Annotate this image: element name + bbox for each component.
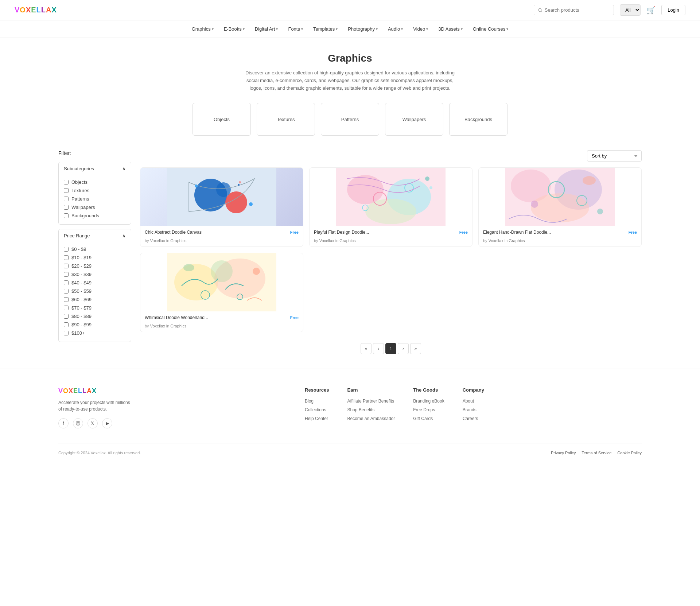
footer-link-brands[interactable]: Brands [463,407,477,412]
checkbox-100plus[interactable] [64,331,69,335]
filter-option-50-59[interactable]: $50 - $59 [64,287,126,295]
footer-link-blog[interactable]: Blog [305,399,314,404]
filter-option-backgrounds[interactable]: Backgrounds [64,211,126,220]
logo[interactable]: VOXELLAX [15,6,57,14]
footer-link-help[interactable]: Help Center [305,416,328,421]
nav-item-audio[interactable]: Audio ▾ [384,24,407,34]
filter-option-100plus[interactable]: $100+ [64,329,126,337]
sort-select[interactable]: Sort by Price: Low to High Price: High t… [587,150,642,162]
footer-cookie-policy[interactable]: Cookie Policy [617,451,642,455]
nav-item-onlinecourses[interactable]: Online Courses ▾ [468,24,513,34]
pagination-prev[interactable]: ‹ [373,343,384,354]
filter-option-objects[interactable]: Objects [64,178,126,186]
filter-option-textures[interactable]: Textures [64,186,126,195]
product-thumb-4 [140,253,303,311]
category-card-wallpapers[interactable]: Wallpapers [385,103,443,136]
product-category-2[interactable]: Graphics [339,238,355,243]
svg-point-12 [365,199,416,224]
filter-option-20-29[interactable]: $20 - $29 [64,262,126,270]
pagination-next[interactable]: › [398,343,409,354]
product-author-4[interactable]: Voxellax [150,324,165,328]
footer-link-freedrops[interactable]: Free Drops [413,407,435,412]
svg-point-25 [583,176,596,185]
social-instagram[interactable] [73,418,83,428]
checkbox-0-9[interactable] [64,247,69,252]
filter-option-70-79[interactable]: $70 - $79 [64,304,126,312]
product-card-4[interactable]: Whimsical Doodle Wonderland... Free by V… [140,253,303,332]
checkbox-60-69[interactable] [64,297,69,302]
checkbox-50-59[interactable] [64,289,69,294]
footer-link-collections[interactable]: Collections [305,407,326,412]
filter-option-10-19[interactable]: $10 - $19 [64,253,126,262]
login-button[interactable]: Login [661,5,685,15]
nav-item-graphics[interactable]: Graphics ▾ [187,24,218,34]
footer-terms-service[interactable]: Terms of Service [582,451,611,455]
chevron-down-icon: ▾ [243,27,245,31]
filter-option-patterns[interactable]: Patterns [64,195,126,203]
nav-item-photography[interactable]: Photography ▾ [343,24,382,34]
product-card-1[interactable]: Chic Abstract Doodle Canvas Free by Voxe… [140,167,303,247]
category-card-backgrounds[interactable]: Backgrounds [449,103,508,136]
filter-option-wallpapers[interactable]: Wallpapers [64,203,126,211]
product-category-4[interactable]: Graphics [170,324,186,328]
filter-subcategories-header[interactable]: Subcategories ∧ [59,162,131,175]
social-facebook[interactable]: f [58,418,69,428]
product-author-2[interactable]: Voxellax [319,238,334,243]
category-card-objects[interactable]: Objects [192,103,251,136]
checkbox-wallpapers[interactable] [64,205,69,210]
checkbox-textures[interactable] [64,188,69,193]
footer-link-affiliate[interactable]: Affiliate Partner Benefits [347,399,394,404]
nav-item-ebooks[interactable]: E-Books ▾ [219,24,249,34]
filter-option-90-99[interactable]: $90 - $99 [64,321,126,329]
product-category-1[interactable]: Graphics [170,238,186,243]
nav-item-video[interactable]: Video ▾ [409,24,432,34]
nav-item-templates[interactable]: Templates ▾ [309,24,342,34]
checkbox-patterns[interactable] [64,197,69,201]
nav-item-3dassets[interactable]: 3D Assets ▾ [434,24,467,34]
nav-item-fonts[interactable]: Fonts ▾ [284,24,307,34]
footer-link-about[interactable]: About [463,399,474,404]
footer-link-giftcards[interactable]: Gift Cards [413,416,433,421]
category-card-patterns[interactable]: Patterns [321,103,379,136]
filter-price-range-header[interactable]: Price Range ∧ [59,229,131,242]
filter-option-80-89[interactable]: $80 - $89 [64,312,126,321]
nav-item-digitalart[interactable]: Digital Art ▾ [250,24,283,34]
checkbox-70-79[interactable] [64,306,69,310]
footer-link-shopbenefits[interactable]: Shop Benefits [347,407,374,412]
product-author-1[interactable]: Voxellax [150,238,165,243]
filter-option-30-39[interactable]: $30 - $39 [64,270,126,279]
footer-link-careers[interactable]: Careers [463,416,478,421]
checkbox-40-49[interactable] [64,280,69,285]
filter-option-40-49[interactable]: $40 - $49 [64,279,126,287]
checkbox-30-39[interactable] [64,272,69,277]
social-youtube[interactable]: ▶ [102,418,112,428]
filter-option-60-69[interactable]: $60 - $69 [64,295,126,304]
pagination-first[interactable]: « [361,343,372,354]
svg-point-16 [425,176,429,181]
category-card-textures[interactable]: Textures [257,103,315,136]
social-twitter[interactable]: 𝕏 [88,418,98,428]
footer-link-ambassador[interactable]: Become an Ambassador [347,416,395,421]
svg-point-0 [538,8,541,11]
filter-option-0-9[interactable]: $0 - $9 [64,245,126,253]
cart-button[interactable]: 🛒 [646,6,656,15]
category-select[interactable]: All [620,4,641,16]
product-card-2[interactable]: Playful Flat Design Doodle... Free by Vo… [309,167,472,247]
footer-privacy-policy[interactable]: Privacy Policy [551,451,576,455]
footer-link-branding[interactable]: Branding eBook [413,399,444,404]
product-category-3[interactable]: Graphics [509,238,525,243]
pagination-last[interactable]: » [410,343,421,354]
checkbox-80-89[interactable] [64,314,69,319]
product-author-3[interactable]: Voxellax [489,238,503,243]
product-card-3[interactable]: Elegant Hand-Drawn Flat Doodle... Free b… [478,167,642,247]
checkbox-20-29[interactable] [64,264,69,268]
checkbox-90-99[interactable] [64,322,69,327]
search-box[interactable] [534,5,614,15]
pagination-current[interactable]: 1 [385,343,396,354]
product-meta-3: by Voxellax in Graphics [479,238,641,246]
search-input[interactable] [545,7,610,13]
checkbox-backgrounds[interactable] [64,213,69,218]
svg-point-6 [239,181,241,183]
checkbox-objects[interactable] [64,180,69,184]
checkbox-10-19[interactable] [64,255,69,260]
